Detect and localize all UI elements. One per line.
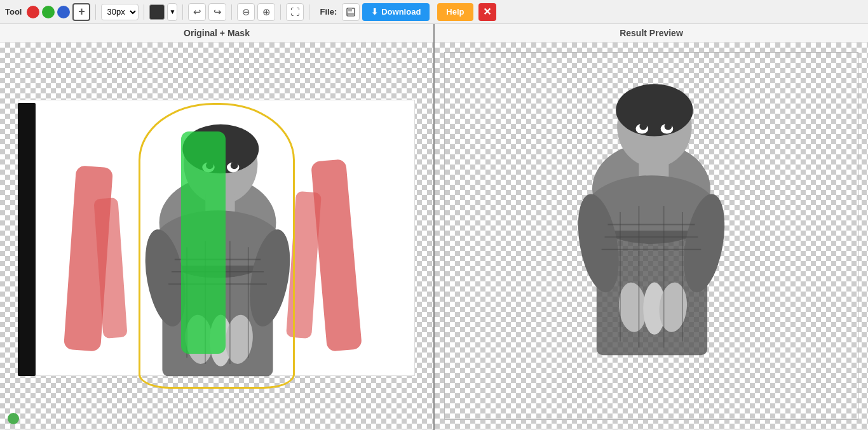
right-panel-title: Result Preview bbox=[435, 24, 868, 43]
help-button[interactable]: Help bbox=[437, 3, 473, 21]
save-icon bbox=[346, 7, 356, 17]
close-icon: ✕ bbox=[483, 6, 491, 18]
undo-button[interactable]: ↩ bbox=[188, 3, 206, 21]
green-indicator bbox=[8, 413, 19, 424]
right-canvas[interactable] bbox=[435, 43, 868, 429]
separator-4 bbox=[231, 4, 232, 20]
download-button[interactable]: ⬇ Download bbox=[362, 3, 430, 21]
svg-point-27 bbox=[616, 84, 693, 136]
main-area: Original + Mask bbox=[0, 24, 868, 430]
history-back-button[interactable]: ⊖ bbox=[237, 3, 255, 21]
svg-point-38 bbox=[639, 123, 647, 130]
separator-1 bbox=[95, 4, 96, 20]
brush-size-select[interactable]: 10px 20px 30px 40px 50px bbox=[101, 4, 139, 20]
tool-label: Tool bbox=[5, 7, 22, 17]
separator-5 bbox=[280, 4, 281, 20]
download-arrow-icon: ⬇ bbox=[371, 7, 378, 17]
separator-6 bbox=[309, 4, 309, 20]
color-swatch[interactable] bbox=[149, 4, 165, 20]
black-bar bbox=[18, 103, 36, 376]
color-dropdown-button[interactable]: ▼ bbox=[167, 3, 177, 21]
left-panel-title: Original + Mask bbox=[0, 24, 433, 43]
keep-tool-button[interactable] bbox=[42, 6, 55, 18]
svg-rect-2 bbox=[348, 13, 354, 16]
save-button[interactable] bbox=[342, 3, 360, 21]
svg-point-17 bbox=[231, 162, 238, 170]
erase-tool-button[interactable] bbox=[27, 6, 39, 18]
file-label: File: bbox=[320, 7, 337, 17]
green-brush-stroke bbox=[181, 131, 226, 354]
svg-point-39 bbox=[665, 123, 672, 130]
right-person-image bbox=[553, 62, 750, 360]
toolbar: Tool + 10px 20px 30px 40px 50px ▼ ↩ ↪ ⊖ … bbox=[0, 0, 868, 24]
add-tool-button[interactable]: + bbox=[72, 3, 90, 21]
original-mask-panel: Original + Mask bbox=[0, 24, 435, 430]
download-label: Download bbox=[381, 7, 421, 17]
redo-button[interactable]: ↪ bbox=[208, 3, 226, 21]
left-canvas[interactable] bbox=[0, 43, 433, 429]
svg-rect-1 bbox=[348, 8, 352, 11]
separator-3 bbox=[182, 4, 183, 20]
history-forward-button[interactable]: ⊕ bbox=[257, 3, 275, 21]
close-button[interactable]: ✕ bbox=[478, 3, 496, 21]
result-preview-panel: Result Preview bbox=[435, 24, 868, 430]
select-tool-button[interactable] bbox=[57, 6, 70, 18]
separator-2 bbox=[144, 4, 144, 20]
fit-button[interactable]: ⛶ bbox=[286, 3, 304, 21]
